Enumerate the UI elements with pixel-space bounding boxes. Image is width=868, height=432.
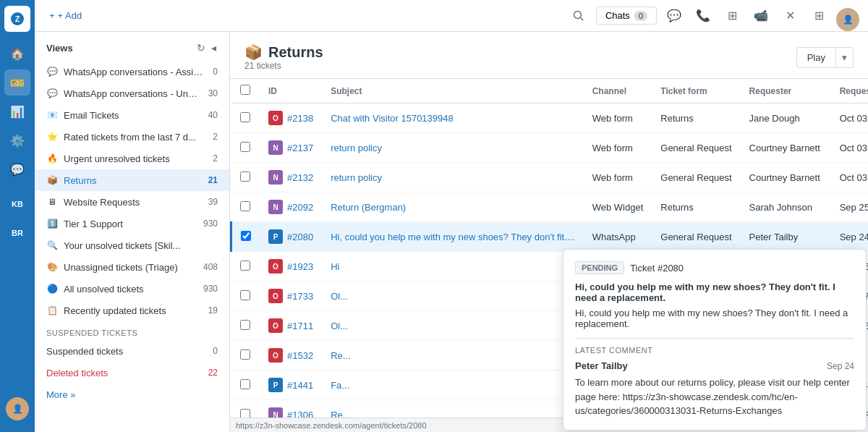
col-requested[interactable]: Requested ▼ (831, 79, 868, 103)
row-subject-cell[interactable]: Hi, could you help me with my new shoes?… (322, 222, 584, 252)
col-checkbox[interactable] (231, 79, 260, 103)
search-button[interactable] (567, 4, 590, 27)
row-subject-cell[interactable]: Ol... (322, 311, 584, 341)
ticket-id[interactable]: #1532 (287, 350, 313, 361)
row-subject-cell[interactable]: Hi (322, 252, 584, 281)
row-checkbox-cell[interactable] (231, 222, 260, 252)
sidebar-item-all-unsolved[interactable]: 🔵 All unsolved tickets 930 (35, 278, 229, 300)
ticket-subject[interactable]: return policy (331, 172, 382, 183)
user-avatar[interactable]: 👤 (6, 397, 29, 420)
sidebar-item-returns[interactable]: 📦 Returns 21 (35, 169, 229, 191)
rail-reporting-icon[interactable]: 📊 (4, 98, 30, 124)
ticket-id[interactable]: #1923 (287, 261, 313, 272)
row-subject-cell[interactable]: Fa... (322, 370, 584, 400)
rail-home-icon[interactable]: 🏠 (4, 41, 30, 67)
ticket-subject[interactable]: Fa... (331, 380, 349, 391)
row-checkbox[interactable] (240, 379, 250, 389)
row-checkbox-cell[interactable] (231, 370, 260, 400)
row-checkbox[interactable] (240, 171, 250, 182)
ticket-subject[interactable]: Re... (331, 350, 350, 361)
sidebar-item-whatsapp-unassigned[interactable]: 💬 WhatsApp conversations - Unass... 30 (35, 82, 229, 104)
table-row[interactable]: N #2092 Return (Bergman) Web Widget Retu… (231, 192, 869, 222)
ticket-id[interactable]: #2092 (287, 202, 313, 213)
ticket-subject[interactable]: Ol... (331, 291, 348, 302)
col-ticket-form[interactable]: Ticket form (652, 79, 740, 103)
video-icon[interactable]: 📹 (749, 4, 773, 27)
row-subject-cell[interactable]: Chat with Visitor 1570139948 (322, 103, 584, 133)
row-checkbox[interactable] (241, 231, 251, 241)
rail-tickets-icon[interactable]: 🎫 (4, 69, 30, 96)
sidebar-item-tier1-support[interactable]: 1️⃣ Tier 1 Support 930 (35, 213, 229, 234)
sidebar-item-whatsapp-assigned[interactable]: 💬 WhatsApp conversations - Assign... 0 (35, 61, 229, 82)
ticket-subject[interactable]: Hi, could you help me with my new shoes?… (331, 232, 575, 242)
ticket-subject[interactable]: Chat with Visitor 1570139948 (331, 113, 454, 124)
sidebar-item-suspended[interactable]: Suspended tickets 0 (35, 340, 229, 362)
row-subject-cell[interactable]: return policy (322, 163, 584, 192)
row-checkbox-cell[interactable] (231, 103, 260, 133)
collapse-icon[interactable]: ◂ (210, 41, 218, 55)
sidebar-item-recently-updated[interactable]: 📋 Recently updated tickets 19 (35, 300, 229, 321)
topbar-avatar[interactable]: 👤 (836, 8, 859, 31)
row-subject-cell[interactable]: Re... (322, 341, 584, 370)
sidebar-item-deleted[interactable]: Deleted tickets 22 (35, 362, 229, 384)
play-button[interactable]: Play (796, 47, 836, 68)
col-id[interactable]: ID (260, 79, 322, 103)
message-icon[interactable]: 💬 (663, 4, 686, 27)
rail-br-icon[interactable]: BR (4, 220, 30, 246)
row-checkbox[interactable] (240, 142, 250, 152)
row-checkbox[interactable] (240, 320, 250, 330)
col-subject[interactable]: Subject (322, 79, 584, 103)
ticket-subject[interactable]: return policy (331, 143, 382, 153)
table-row[interactable]: N #2132 return policy Web form General R… (231, 163, 869, 192)
row-subject-cell[interactable]: Return (Bergman) (322, 192, 584, 222)
rail-settings-icon[interactable]: ⚙️ (4, 127, 30, 153)
sidebar-item-website-requests[interactable]: 🖥 Website Requests 39 (35, 191, 229, 213)
ticket-subject[interactable]: Return (Bergman) (331, 202, 406, 213)
row-checkbox[interactable] (240, 261, 250, 271)
app-logo[interactable]: Z (4, 6, 30, 32)
chats-button[interactable]: Chats 0 (596, 7, 657, 25)
ticket-id[interactable]: #1733 (287, 291, 313, 302)
row-checkbox-cell[interactable] (231, 311, 260, 341)
row-checkbox-cell[interactable] (231, 163, 260, 192)
row-checkbox[interactable] (240, 290, 250, 300)
ticket-id[interactable]: #2138 (287, 113, 313, 124)
ticket-id[interactable]: #1711 (287, 321, 313, 331)
grid-icon[interactable]: ⊞ (720, 4, 744, 27)
sidebar-item-urgent-unresolved[interactable]: 🔥 Urgent unresolved tickets 2 (35, 148, 229, 169)
apps-icon[interactable]: ⊞ (807, 4, 830, 27)
row-checkbox-cell[interactable] (231, 341, 260, 370)
sidebar-item-unsolved-skills[interactable]: 🔍 Your unsolved tickets [Skil... (35, 234, 229, 256)
row-checkbox[interactable] (240, 350, 250, 360)
row-checkbox[interactable] (240, 112, 250, 122)
row-subject-cell[interactable]: Ol... (322, 281, 584, 311)
ticket-id[interactable]: #2080 (287, 232, 313, 242)
close-icon[interactable]: ✕ (778, 4, 801, 27)
row-checkbox-cell[interactable] (231, 133, 260, 163)
table-row[interactable]: P #2080 Hi, could you help me with my ne… (231, 222, 869, 252)
sidebar-more-link[interactable]: More » (35, 384, 229, 406)
ticket-subject[interactable]: Hi (331, 261, 339, 272)
refresh-icon[interactable]: ↻ (195, 41, 207, 55)
rail-chat-icon[interactable]: 💬 (4, 156, 30, 182)
play-dropdown-button[interactable]: ▾ (836, 47, 854, 68)
ticket-id[interactable]: #2137 (287, 143, 313, 153)
row-checkbox[interactable] (240, 201, 250, 211)
rail-kb-icon[interactable]: KB (4, 191, 30, 217)
ticket-id[interactable]: #2132 (287, 172, 313, 183)
sidebar-item-unassigned-triage[interactable]: 🎨 Unassigned tickets (Triage) 408 (35, 256, 229, 278)
table-row[interactable]: N #2137 return policy Web form General R… (231, 133, 869, 163)
row-checkbox-cell[interactable] (231, 281, 260, 311)
sidebar-item-rated-tickets[interactable]: ⭐ Rated tickets from the last 7 d... 2 (35, 126, 229, 148)
row-checkbox-cell[interactable] (231, 192, 260, 222)
col-requester[interactable]: Requester (741, 79, 831, 103)
col-channel[interactable]: Channel (584, 79, 652, 103)
add-button[interactable]: + + Add (43, 7, 88, 24)
ticket-subject[interactable]: Ol... (331, 321, 348, 331)
ticket-id[interactable]: #1441 (287, 380, 313, 391)
phone-icon[interactable]: 📞 (692, 4, 715, 27)
table-row[interactable]: O #2138 Chat with Visitor 1570139948 Web… (231, 103, 869, 133)
row-subject-cell[interactable]: return policy (322, 133, 584, 163)
row-checkbox-cell[interactable] (231, 252, 260, 281)
sidebar-item-email-tickets[interactable]: 📧 Email Tickets 40 (35, 104, 229, 126)
